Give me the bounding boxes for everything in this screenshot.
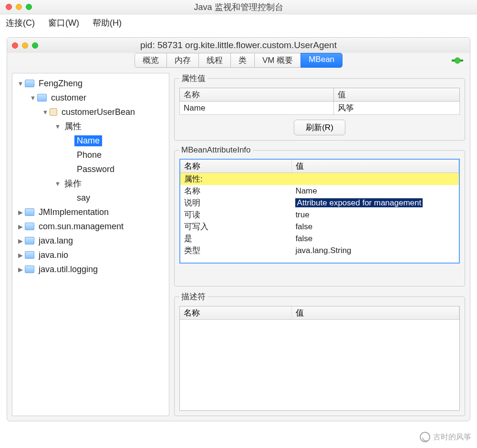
window-title: Java 监视和管理控制台 bbox=[194, 1, 283, 13]
cell-value bbox=[291, 173, 458, 185]
table-row[interactable]: 是false bbox=[180, 233, 459, 244]
traffic-lights bbox=[6, 4, 32, 10]
tabs: 概览内存线程类VM 概要MBean bbox=[135, 53, 342, 68]
table-row[interactable]: 可读true bbox=[180, 209, 459, 221]
attr-header-value: 值 bbox=[333, 88, 459, 102]
tab-内存[interactable]: 内存 bbox=[166, 53, 199, 68]
tree-label: say bbox=[74, 193, 93, 204]
disclosure-icon[interactable] bbox=[30, 94, 36, 102]
inner-minimize-icon[interactable] bbox=[22, 42, 28, 49]
tree-item[interactable]: java.lang bbox=[14, 234, 167, 248]
attr-legend: 属性值 bbox=[179, 73, 207, 84]
attr-table: 名称 值 Name风筝 bbox=[179, 88, 460, 115]
info-legend: MBeanAttributeInfo bbox=[179, 145, 253, 155]
tree-item[interactable]: customerUserBean bbox=[14, 105, 167, 119]
tab-线程[interactable]: 线程 bbox=[198, 53, 231, 68]
tree-item[interactable]: 属性 bbox=[14, 119, 167, 133]
cell-name: 类型 bbox=[180, 244, 291, 256]
desc-table: 名称 值 bbox=[180, 306, 459, 320]
tab-mbean[interactable]: MBean bbox=[301, 53, 342, 68]
tree-label: FengZheng bbox=[36, 78, 85, 89]
tree-item[interactable]: say bbox=[14, 191, 167, 205]
cell-value: 风筝 bbox=[333, 102, 459, 115]
info-header-name: 名称 bbox=[180, 160, 291, 173]
tree-item[interactable]: JMImplementation bbox=[14, 205, 167, 219]
svg-point-1 bbox=[455, 58, 460, 63]
tree-item[interactable]: Phone bbox=[14, 148, 167, 162]
tree-item[interactable]: java.util.logging bbox=[14, 262, 167, 276]
disclosure-icon[interactable] bbox=[54, 123, 61, 130]
table-row[interactable]: Name风筝 bbox=[180, 102, 460, 115]
disclosure-icon[interactable] bbox=[17, 252, 24, 259]
info-header-value: 值 bbox=[291, 160, 458, 173]
table-row[interactable]: 名称Name bbox=[180, 185, 459, 197]
desc-header-value: 值 bbox=[291, 306, 459, 320]
disclosure-icon[interactable] bbox=[17, 80, 24, 87]
table-row[interactable]: 类型java.lang.String bbox=[180, 244, 459, 256]
cell-value: true bbox=[291, 209, 458, 221]
tree-item[interactable]: java.nio bbox=[14, 248, 167, 262]
inner-window-title: pid: 58731 org.kite.little.flower.custom… bbox=[140, 40, 337, 51]
menu-help[interactable]: 帮助(H) bbox=[93, 17, 122, 29]
bean-icon bbox=[50, 108, 57, 116]
folder-icon bbox=[37, 94, 47, 102]
inner-close-icon[interactable] bbox=[12, 42, 18, 49]
mbean-tree[interactable]: FengZhengcustomercustomerUserBean属性NameP… bbox=[12, 73, 169, 416]
desc-legend: 描述符 bbox=[179, 291, 207, 302]
tree-label: java.util.logging bbox=[36, 264, 100, 275]
tree-item[interactable]: Password bbox=[14, 162, 167, 176]
tree-label: java.lang bbox=[36, 235, 75, 246]
table-row[interactable]: 可写入false bbox=[180, 221, 459, 233]
table-row[interactable]: 属性: bbox=[180, 173, 459, 185]
tree-item[interactable]: com.sun.management bbox=[14, 219, 167, 234]
cell-name: 说明 bbox=[180, 197, 291, 209]
titlebar: Java 监视和管理控制台 bbox=[0, 0, 477, 14]
tree-label: 属性 bbox=[62, 120, 84, 132]
refresh-button[interactable]: 刷新(R) bbox=[294, 120, 345, 135]
connect-status-icon bbox=[452, 56, 463, 65]
attribute-value-panel: 属性值 名称 值 Name风筝 刷新(R) bbox=[174, 73, 465, 141]
tree-label: java.nio bbox=[36, 250, 71, 261]
tree-item[interactable]: 操作 bbox=[14, 176, 167, 191]
disclosure-icon[interactable] bbox=[17, 209, 24, 216]
folder-icon bbox=[25, 251, 34, 259]
tree-item[interactable]: Name bbox=[14, 133, 167, 148]
tree-label: Name bbox=[74, 135, 102, 146]
menu-window[interactable]: 窗口(W) bbox=[48, 17, 79, 29]
tree-label: Phone bbox=[74, 150, 104, 161]
watermark: 古时的风筝 bbox=[420, 432, 471, 442]
disclosure-icon[interactable] bbox=[17, 237, 24, 244]
content: FengZhengcustomercustomerUserBean属性NameP… bbox=[7, 68, 470, 421]
menu-connect[interactable]: 连接(C) bbox=[6, 17, 35, 29]
folder-icon bbox=[25, 265, 34, 273]
folder-icon bbox=[25, 208, 34, 216]
inner-window: pid: 58731 org.kite.little.flower.custom… bbox=[7, 37, 470, 421]
tab-vm 概要[interactable]: VM 概要 bbox=[254, 53, 301, 68]
folder-icon bbox=[25, 223, 34, 230]
minimize-icon[interactable] bbox=[16, 4, 22, 10]
disclosure-icon[interactable] bbox=[54, 180, 61, 187]
cell-name: 是 bbox=[180, 233, 291, 244]
close-icon[interactable] bbox=[6, 4, 12, 10]
disclosure-icon[interactable] bbox=[17, 266, 24, 273]
tree-label: Password bbox=[74, 164, 117, 175]
cell-value: Name bbox=[291, 185, 458, 197]
tab-概览[interactable]: 概览 bbox=[135, 53, 167, 68]
tree-label: customer bbox=[49, 92, 89, 103]
zoom-icon[interactable] bbox=[26, 4, 32, 10]
disclosure-icon[interactable] bbox=[42, 109, 49, 116]
inner-titlebar: pid: 58731 org.kite.little.flower.custom… bbox=[7, 38, 470, 53]
disclosure-icon[interactable] bbox=[17, 223, 24, 230]
tab-类[interactable]: 类 bbox=[230, 53, 255, 68]
folder-icon bbox=[25, 80, 34, 87]
inner-zoom-icon[interactable] bbox=[32, 42, 38, 49]
tabbar: 概览内存线程类VM 概要MBean bbox=[7, 53, 470, 68]
cell-value: false bbox=[291, 221, 458, 233]
tree-item[interactable]: FengZheng bbox=[14, 76, 167, 91]
tree-item[interactable]: customer bbox=[14, 91, 167, 105]
cell-name: 属性: bbox=[180, 173, 291, 185]
info-table: 名称 值 属性:名称Name说明Attribute exposed for ma… bbox=[180, 160, 459, 256]
watermark-text: 古时的风筝 bbox=[433, 432, 471, 442]
descriptor-panel: 描述符 名称 值 bbox=[174, 291, 465, 416]
table-row[interactable]: 说明Attribute exposed for management bbox=[180, 197, 459, 209]
